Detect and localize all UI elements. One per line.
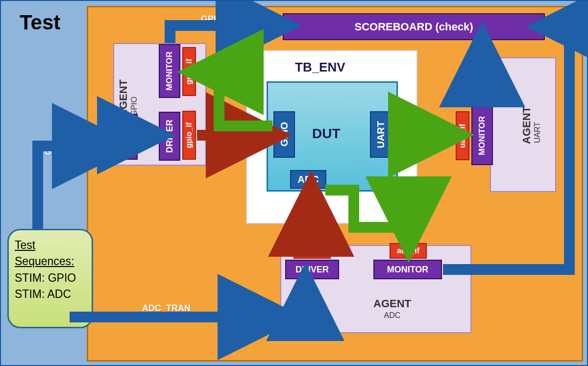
gpio-if-driver: gpio_if: [182, 111, 196, 160]
scoreboard: SCOREBOARD (check): [283, 13, 545, 40]
adc-if-driver: adc_if: [294, 243, 331, 259]
test-sequences-heading2: Sequences:: [15, 253, 74, 269]
dut-adc-port: ADC: [290, 170, 326, 189]
adc-monitor: MONITOR: [373, 260, 442, 279]
agent-uart-label: AGENTUART: [520, 106, 542, 147]
gpio-tran-label-1: GPIO_TRAN: [45, 147, 96, 157]
uart-monitor: MONITOR: [471, 106, 493, 165]
diagram-canvas: Test TB_ENV DUT GPIO UART ADC AGENTGPIO …: [0, 0, 588, 366]
adc-tran-label-1: ADC_TRAN: [142, 303, 191, 314]
test-title: Test: [20, 11, 60, 34]
gpio-seqr: SEQR: [119, 114, 138, 160]
test-sequences-line1: STIM: GPIO: [15, 271, 76, 284]
tb-env-label: TB_ENV: [295, 60, 345, 75]
test-sequences-line2: STIM: ADC: [15, 288, 71, 300]
gpio-driver: DRIVER: [159, 112, 180, 161]
agent-adc-label: AGENTADC: [373, 297, 411, 320]
adc-seqr: SEQR: [285, 308, 325, 327]
test-sequences-heading1: Test: [15, 237, 35, 253]
dut-label: DUT: [312, 126, 341, 142]
gpio-if-monitor: gpio_if: [182, 47, 196, 96]
adc-tran-label-2: ADC_TRAN: [564, 97, 574, 145]
test-sequences-box: Test Sequences: STIM: GPIO STIM: ADC: [7, 229, 93, 328]
adc-if-monitor: adc_if: [390, 243, 427, 259]
uart-tran-label: UART_TRAN: [476, 54, 486, 108]
adc-driver: DRIVER: [285, 260, 339, 279]
dut-uart-port: UART: [370, 111, 392, 158]
dut-gpio-port: GPIO: [273, 111, 295, 158]
uart-if: uart_if: [456, 111, 469, 160]
gpio-tran-label-2: GPIO_TRAN: [201, 14, 252, 24]
gpio-monitor: MONITOR: [159, 44, 180, 98]
